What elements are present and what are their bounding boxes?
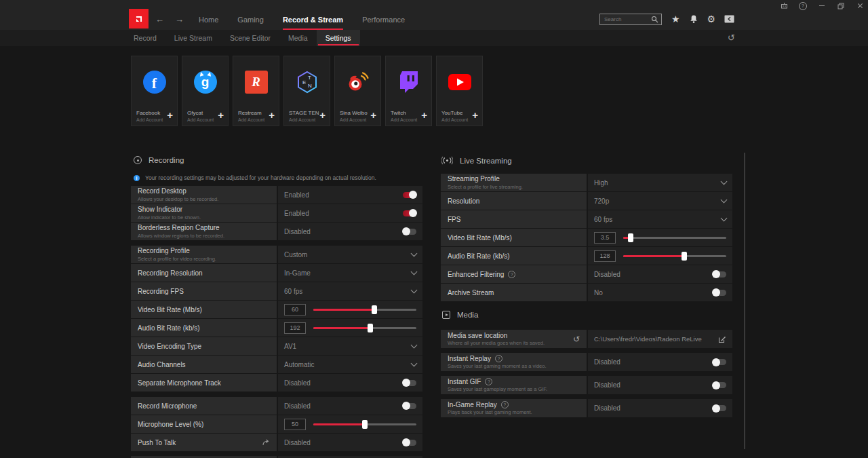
nav-tab-home[interactable]: Home — [199, 9, 218, 30]
reset-settings-icon[interactable]: ↺ — [728, 33, 735, 43]
stream-fps-dropdown[interactable]: 60 fps — [588, 210, 732, 228]
add-account-button[interactable]: + — [319, 110, 326, 120]
add-account-button[interactable]: + — [472, 110, 478, 120]
favorites-star-icon[interactable]: ★ — [671, 14, 680, 24]
restore-button[interactable] — [837, 2, 845, 10]
back-arrow-icon[interactable]: ← — [155, 14, 164, 24]
setting-row-stream-fps: FPS 60 fps — [441, 210, 732, 228]
account-tile-facebook[interactable]: f Facebook Add Account + — [131, 56, 178, 126]
help-icon[interactable]: ? — [485, 378, 492, 385]
setting-value: Enabled — [284, 191, 309, 199]
nav-tab-gaming[interactable]: Gaming — [237, 9, 264, 30]
microphone-level-input[interactable]: 50 — [284, 419, 306, 430]
add-account-button[interactable]: + — [269, 110, 275, 120]
stream-audio-bit-rate-input[interactable]: 128 — [594, 250, 616, 262]
video-bit-rate-input[interactable]: 60 — [284, 304, 306, 316]
subnav-tab-scene-editor[interactable]: Scene Editor — [221, 30, 279, 46]
search-input[interactable] — [603, 16, 651, 23]
archive-stream-toggle[interactable] — [713, 290, 726, 296]
stream-audio-bit-rate-slider[interactable] — [623, 255, 726, 257]
setting-row-record-desktop: Record Desktop Allows your desktop to be… — [131, 186, 422, 204]
setting-label: Instant GIF — [448, 378, 481, 385]
enhanced-filtering-toggle[interactable] — [713, 271, 726, 278]
stream-resolution-dropdown[interactable]: 720p — [588, 192, 732, 210]
setting-label: Audio Channels — [138, 361, 277, 368]
setting-row-instant-replay: Instant Replay? Saves your last gaming m… — [441, 353, 732, 371]
media-section-header: Media — [442, 311, 478, 319]
push-to-talk-shortcut-icon[interactable] — [262, 439, 270, 446]
recording-resolution-dropdown[interactable]: In-Game — [278, 264, 422, 282]
video-encoding-type-dropdown[interactable]: AV1 — [278, 337, 422, 355]
slider-thumb[interactable] — [372, 305, 377, 314]
record-desktop-toggle[interactable] — [403, 192, 416, 198]
record-microphone-toggle[interactable] — [403, 403, 416, 409]
microphone-level-slider[interactable] — [313, 423, 416, 425]
in-game-replay-toggle[interactable] — [713, 405, 726, 411]
recording-fps-dropdown[interactable]: 60 fps — [278, 282, 422, 300]
reset-path-icon[interactable]: ↺ — [573, 335, 580, 343]
video-bit-rate-slider[interactable] — [313, 309, 416, 311]
amd-logo[interactable] — [129, 9, 149, 28]
slider-thumb[interactable] — [628, 233, 633, 242]
add-account-button[interactable]: + — [421, 110, 427, 120]
vertical-scrollbar[interactable] — [744, 153, 745, 449]
recording-profile-dropdown[interactable]: Custom — [278, 246, 422, 263]
close-button[interactable] — [856, 2, 864, 10]
setting-label: Show Indicator — [138, 206, 277, 213]
subnav-tab-media[interactable]: Media — [279, 30, 317, 46]
setting-row-push-to-talk: Push To Talk Disabled — [131, 434, 422, 451]
account-tile-youtube[interactable]: YouTube Add Account + — [436, 56, 483, 126]
minimize-button[interactable] — [818, 2, 826, 10]
chevron-down-icon — [411, 250, 418, 257]
borderless-region-capture-toggle[interactable] — [403, 229, 416, 235]
subnav-tab-settings[interactable]: Settings — [317, 30, 360, 46]
forward-arrow-icon[interactable]: → — [175, 14, 184, 24]
stream-video-bit-rate-slider[interactable] — [623, 237, 726, 239]
subnav-tab-record[interactable]: Record — [125, 30, 165, 46]
subnav-tab-live-stream[interactable]: Live Stream — [165, 30, 221, 46]
search-box[interactable] — [599, 14, 662, 25]
audio-bit-rate-slider[interactable] — [313, 327, 416, 329]
account-tile-sina-weibo[interactable]: Sina Weibo Add Account + — [334, 56, 381, 126]
section-title: Live Streaming — [460, 157, 512, 165]
slider-thumb[interactable] — [362, 420, 368, 429]
connect-panel-icon[interactable] — [724, 15, 734, 23]
setting-label: Recording Profile — [138, 247, 277, 254]
account-tile-gfycat[interactable]: g Gfycat Add Account + — [182, 56, 229, 126]
instant-gif-toggle[interactable] — [713, 382, 726, 388]
push-to-talk-toggle[interactable] — [403, 440, 416, 446]
account-tile-stage-ten[interactable]: T E N STAGE TEN Add Account + — [283, 56, 330, 126]
audio-channels-dropdown[interactable]: Automatic — [278, 356, 422, 373]
setting-label: Audio Bit Rate (kb/s) — [448, 252, 587, 260]
add-account-button[interactable]: + — [370, 110, 376, 120]
show-indicator-toggle[interactable] — [403, 210, 416, 216]
help-icon[interactable]: ? — [501, 401, 509, 408]
account-action: Add Account — [441, 117, 468, 122]
setting-row-archive-stream: Archive Stream No — [441, 284, 732, 301]
setting-value: Disabled — [594, 271, 620, 278]
account-tile-restream[interactable]: R Restream Add Account + — [233, 56, 279, 126]
promotions-icon[interactable] — [780, 2, 788, 10]
dropdown-value: 60 fps — [284, 288, 302, 295]
top-bar: ? ← → Home Gaming Record & Stream Perfor… — [0, 0, 868, 30]
settings-gear-icon[interactable]: ⚙ — [707, 14, 716, 24]
add-account-button[interactable]: + — [167, 110, 173, 120]
slider-thumb[interactable] — [682, 252, 687, 261]
add-account-button[interactable]: + — [218, 110, 224, 120]
streaming-profile-dropdown[interactable]: High — [588, 174, 732, 191]
help-icon[interactable]: ? — [508, 271, 515, 278]
setting-label: Video Bit Rate (Mb/s) — [448, 234, 587, 242]
slider-thumb[interactable] — [368, 324, 373, 332]
nav-tab-performance[interactable]: Performance — [362, 9, 405, 30]
instant-replay-toggle[interactable] — [713, 359, 726, 365]
stream-video-bit-rate-input[interactable]: 3.5 — [594, 232, 616, 244]
help-icon[interactable]: ? — [495, 355, 502, 362]
setting-label: Record Microphone — [138, 402, 277, 410]
nav-tab-record-stream[interactable]: Record & Stream — [283, 9, 343, 30]
account-tile-twitch[interactable]: Twitch Add Account + — [385, 56, 432, 126]
notifications-bell-icon[interactable] — [689, 14, 698, 24]
edit-path-icon[interactable] — [718, 335, 726, 343]
audio-bit-rate-input[interactable]: 192 — [284, 322, 306, 334]
help-icon[interactable]: ? — [799, 2, 807, 10]
separate-microphone-track-toggle[interactable] — [403, 380, 416, 386]
